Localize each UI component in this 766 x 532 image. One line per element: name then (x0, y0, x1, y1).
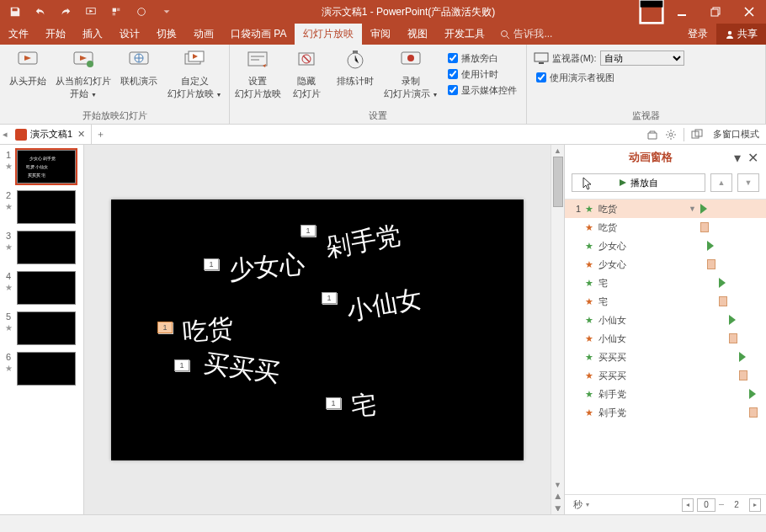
pane-dropdown-button[interactable]: ▾ (731, 151, 744, 164)
thumbnail-item[interactable]: 4★ (0, 269, 83, 310)
share-button[interactable]: 共享 (716, 24, 766, 45)
redo-button[interactable] (54, 0, 77, 24)
ribbon-tab-5[interactable]: 动画 (185, 24, 222, 45)
timeline-bar[interactable] (749, 407, 758, 418)
ribbon-tab-0[interactable]: 文件 (0, 24, 37, 45)
ribbon-tab-2[interactable]: 插入 (74, 24, 111, 45)
animation-row[interactable]: 1★吃货▼ (565, 200, 766, 218)
qat-theme-button[interactable] (104, 0, 128, 24)
timeline-bar[interactable] (729, 333, 737, 343)
slide-thumbnail[interactable] (17, 352, 76, 386)
ribbon-tab-3[interactable]: 设计 (111, 24, 148, 45)
slide-thumbnail-pane[interactable]: 1★少女心 剁手党吃货 小仙女买买买 宅2★3★4★5★6★ (0, 145, 84, 514)
scroll-thumb[interactable] (553, 157, 563, 207)
ribbon-tab-4[interactable]: 切换 (148, 24, 185, 45)
toolbox-icon[interactable] (643, 129, 662, 141)
slide-text[interactable]: 剁手党 (323, 218, 404, 265)
pane-close-button[interactable]: ✕ (746, 151, 759, 164)
close-button[interactable] (732, 0, 766, 24)
slide-thumbnail[interactable] (17, 190, 76, 224)
login-button[interactable]: 登录 (679, 24, 716, 45)
slide-text[interactable]: 买买买 (202, 345, 282, 390)
prev-slide-button[interactable]: ⯅ (551, 491, 564, 503)
ribbon-button[interactable]: 从当前幻灯片开始 ▼ (52, 47, 114, 108)
animation-row[interactable]: ★少女心 (565, 255, 766, 274)
ribbon-tab-9[interactable]: 视图 (399, 24, 436, 45)
ribbon-tab-7[interactable]: 幻灯片放映 (295, 24, 362, 45)
animation-list[interactable]: 1★吃货▼★吃货★少女心★少女心★宅★宅★小仙女★小仙女★买买买★买买买★剁手党… (565, 199, 766, 494)
animation-tag[interactable]: 1 (204, 258, 219, 270)
move-up-button[interactable]: ▲ (710, 173, 732, 192)
ribbon-checkbox[interactable]: 显示媒体控件 (445, 82, 519, 98)
animation-row[interactable]: ★吃货 (565, 218, 766, 237)
document-tab[interactable]: 演示文稿1 ✕ (10, 125, 92, 144)
qat-customize-button[interactable] (155, 0, 178, 24)
animation-tag[interactable]: 1 (322, 292, 337, 304)
slide-text[interactable]: 宅 (349, 387, 377, 423)
ribbon-button[interactable]: 隐藏幻灯片 (282, 47, 331, 108)
scroll-down[interactable]: ▼ (551, 479, 564, 491)
new-tab-button[interactable]: ＋ (92, 128, 109, 141)
animation-tag[interactable]: 1 (301, 225, 316, 237)
animation-tag-active[interactable]: 1 (157, 322, 173, 333)
animation-row[interactable]: ★小仙女 (565, 311, 766, 329)
timeline-bar[interactable] (739, 370, 747, 380)
thumbnail-item[interactable]: 1★少女心 剁手党吃货 小仙女买买买 宅 (0, 148, 83, 189)
editor-scrollbar[interactable]: ▲ ▼ ⯅ ⯆ (551, 145, 564, 514)
slide-thumbnail[interactable]: 少女心 剁手党吃货 小仙女买买买 宅 (17, 150, 76, 184)
play-from-button[interactable]: 播放自 (572, 173, 705, 192)
ribbon-button[interactable]: 自定义幻灯片放映 ▼ (163, 47, 226, 108)
undo-button[interactable] (29, 0, 52, 24)
ribbon-display-options[interactable] (638, 0, 665, 24)
thumbnail-item[interactable]: 5★ (0, 310, 83, 350)
animation-tag[interactable]: 1 (326, 397, 341, 409)
presenter-view-checkbox[interactable]: 使用演示者视图 (534, 70, 684, 85)
animation-row[interactable]: ★宅 (565, 274, 766, 292)
thumbnail-item[interactable]: 6★ (0, 350, 83, 391)
ribbon-button[interactable]: 联机演示 (114, 47, 163, 108)
ribbon-tab-6[interactable]: 口袋动画 PA (222, 24, 295, 45)
multi-window-icon[interactable] (688, 129, 706, 141)
animation-row[interactable]: ★剁手党 (565, 403, 766, 422)
animation-row[interactable]: ★宅 (565, 292, 766, 311)
start-slideshow-button[interactable] (79, 0, 103, 24)
ribbon-tab-10[interactable]: 开发工具 (436, 24, 493, 45)
monitor-select[interactable]: 自动 (600, 51, 684, 66)
close-tab-button[interactable]: ✕ (76, 130, 86, 140)
ribbon-checkbox[interactable]: 使用计时 (445, 66, 519, 82)
restore-button[interactable] (699, 0, 732, 24)
thumbnail-item[interactable]: 3★ (0, 229, 83, 269)
ribbon-button[interactable]: 设置幻灯片放映 (233, 47, 282, 108)
timeline-bar[interactable] (700, 222, 709, 232)
next-slide-button[interactable]: ⯆ (551, 503, 564, 514)
animation-row[interactable]: ★剁手党 (565, 385, 766, 403)
timeline-bar[interactable] (707, 259, 715, 269)
scroll-up[interactable]: ▲ (551, 145, 564, 157)
animation-row[interactable]: ★买买买 (565, 348, 766, 366)
settings-icon[interactable] (662, 129, 680, 141)
animation-tag[interactable]: 1 (174, 359, 189, 371)
slide-text[interactable]: 小仙女 (344, 281, 425, 328)
ribbon-button[interactable]: 录制幻灯片演示 ▼ (380, 47, 442, 108)
slide-thumbnail[interactable] (17, 271, 76, 305)
timeline-left-button[interactable]: ◂ (682, 498, 694, 512)
ribbon-button[interactable]: 从头开始 (3, 47, 52, 108)
move-down-button[interactable]: ▼ (737, 173, 759, 192)
timeline-right-button[interactable]: ▸ (749, 498, 761, 512)
timeline-bar[interactable] (719, 296, 727, 306)
thumbnail-item[interactable]: 2★ (0, 189, 83, 229)
ribbon-tab-1[interactable]: 开始 (37, 24, 74, 45)
slide-text[interactable]: 少女心 (227, 247, 306, 288)
minimize-button[interactable] (665, 0, 699, 24)
tab-nav-left[interactable]: ◂ (0, 129, 10, 140)
slide-text[interactable]: 吃货 (181, 311, 234, 349)
tell-me-search[interactable]: 告诉我... (493, 27, 559, 41)
animation-row[interactable]: ★少女心 (565, 237, 766, 255)
qat-shape-button[interactable] (130, 0, 153, 24)
ribbon-tab-8[interactable]: 审阅 (362, 24, 399, 45)
ribbon-checkbox[interactable]: 播放旁白 (445, 51, 519, 66)
slide-thumbnail[interactable] (17, 231, 76, 264)
slide-thumbnail[interactable] (17, 311, 76, 345)
row-dropdown[interactable]: ▼ (689, 205, 700, 213)
animation-row[interactable]: ★小仙女 (565, 329, 766, 348)
